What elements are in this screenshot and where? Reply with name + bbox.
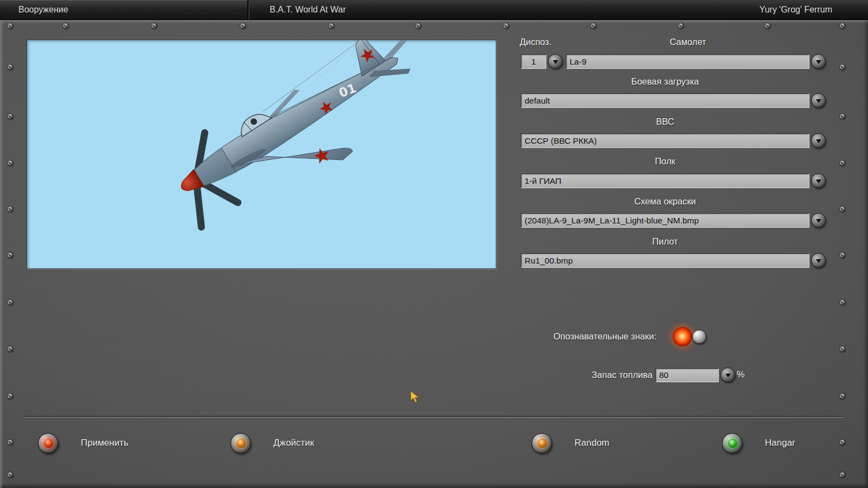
screw-icon bbox=[7, 23, 13, 29]
random-button-label: Random bbox=[575, 438, 609, 448]
hangar-button-label: Hangar bbox=[765, 438, 795, 448]
screw-icon bbox=[7, 393, 13, 399]
fuel-unit: % bbox=[737, 369, 745, 380]
skin-select[interactable]: (2048)LA-9_La-9M_La-11_Light-blue_NM.bmp bbox=[521, 213, 809, 228]
lamp-core-icon bbox=[538, 439, 547, 448]
airforce-dropdown-arrow[interactable] bbox=[811, 133, 826, 148]
top-bar: Вооружение B.A.T. World At War Yury 'Gro… bbox=[0, 0, 868, 20]
screw-icon bbox=[328, 23, 334, 29]
red-lamp-button-icon bbox=[38, 433, 58, 453]
joystick-button-label: Джойстик bbox=[273, 438, 314, 448]
aircraft-illustration: 01 bbox=[27, 40, 496, 269]
screw-icon bbox=[839, 346, 845, 352]
screw-icon bbox=[62, 23, 68, 29]
screw-icon bbox=[839, 439, 845, 445]
screw-icon bbox=[839, 472, 845, 478]
chevron-down-icon bbox=[816, 219, 821, 223]
indicator-lamp-icon bbox=[673, 327, 692, 346]
random-button[interactable]: Random bbox=[532, 432, 609, 454]
screw-icon bbox=[151, 23, 157, 29]
screw-icon bbox=[7, 252, 13, 258]
chevron-down-icon bbox=[816, 60, 821, 64]
lamp-core-icon bbox=[237, 439, 246, 448]
screw-icon bbox=[7, 472, 13, 478]
screw-icon bbox=[839, 393, 845, 399]
loadout-label: Боевая загрузка bbox=[521, 76, 809, 87]
aircraft-select[interactable]: La-9 bbox=[566, 54, 809, 69]
screw-icon bbox=[839, 299, 845, 305]
chevron-down-icon bbox=[816, 259, 821, 263]
toggle-knob-icon bbox=[692, 330, 706, 344]
screw-icon bbox=[7, 113, 13, 119]
pilot-select[interactable]: Ru1_00.bmp bbox=[521, 253, 809, 268]
screw-icon bbox=[839, 64, 845, 70]
airforce-select[interactable]: СССР (ВВС РККА) bbox=[521, 133, 809, 148]
chevron-down-icon bbox=[725, 374, 731, 377]
chevron-down-icon bbox=[816, 179, 821, 183]
screw-icon bbox=[7, 346, 13, 352]
fuel-dropdown-arrow[interactable] bbox=[720, 368, 735, 382]
pilot-dropdown-arrow[interactable] bbox=[811, 253, 826, 268]
loadout-select[interactable]: default bbox=[521, 93, 809, 108]
regiment-label: Полк bbox=[521, 156, 809, 166]
chevron-down-icon bbox=[816, 139, 821, 143]
screw-icon bbox=[240, 23, 246, 29]
markings-toggle[interactable] bbox=[672, 326, 713, 348]
screw-icon bbox=[7, 64, 13, 70]
apply-button-label: Применить bbox=[81, 438, 129, 448]
screw-icon bbox=[7, 299, 13, 305]
fuel-label: Запас топлива bbox=[515, 370, 653, 380]
chevron-down-icon bbox=[553, 60, 558, 64]
fuel-input[interactable] bbox=[655, 368, 719, 382]
screw-icon bbox=[7, 206, 13, 212]
dispos-input[interactable] bbox=[521, 54, 546, 69]
screw-icon bbox=[678, 23, 684, 29]
green-lamp-button-icon bbox=[722, 433, 742, 453]
regiment-dropdown-arrow[interactable] bbox=[811, 174, 826, 188]
screw-icon bbox=[415, 23, 421, 29]
arming-screen: Вооружение B.A.T. World At War Yury 'Gro… bbox=[0, 0, 868, 488]
dispos-label: Диспоз. bbox=[520, 37, 565, 47]
separator bbox=[24, 416, 844, 417]
skin-label: Схема окраски bbox=[521, 196, 809, 207]
screw-icon bbox=[839, 252, 845, 258]
mod-title: B.A.T. World At War bbox=[270, 0, 346, 20]
aircraft-preview[interactable]: 01 bbox=[27, 40, 496, 269]
screw-icon bbox=[839, 160, 845, 166]
aircraft-label: Самолет bbox=[566, 37, 810, 47]
tab-armament-label: Вооружение bbox=[18, 5, 68, 14]
markings-label: Опознавательные знаки: bbox=[510, 331, 656, 342]
screw-icon bbox=[503, 23, 509, 29]
screw-icon bbox=[839, 206, 845, 212]
dispos-dropdown-arrow[interactable] bbox=[548, 54, 563, 69]
joystick-button[interactable]: Джойстик bbox=[231, 432, 314, 454]
apply-button[interactable]: Применить bbox=[38, 432, 129, 454]
screw-icon bbox=[7, 160, 13, 166]
amber-lamp-button-icon bbox=[231, 433, 251, 453]
aircraft-dropdown-arrow[interactable] bbox=[811, 54, 826, 69]
player-name: Yury 'Grog' Ferrum bbox=[760, 0, 832, 20]
screw-icon bbox=[839, 113, 845, 119]
hangar-button[interactable]: Hangar bbox=[722, 432, 795, 454]
regiment-select[interactable]: 1-й ГИАП bbox=[521, 174, 809, 188]
lamp-core-icon bbox=[44, 439, 53, 448]
screw-icon bbox=[7, 439, 13, 445]
skin-dropdown-arrow[interactable] bbox=[811, 213, 826, 228]
mouse-cursor bbox=[410, 390, 422, 404]
amber-lamp-button-icon bbox=[532, 433, 552, 453]
screw-icon bbox=[590, 23, 596, 29]
pilot-label: Пилот bbox=[521, 236, 809, 247]
airforce-label: ВВС bbox=[521, 117, 809, 127]
screw-icon bbox=[839, 23, 845, 29]
loadout-dropdown-arrow[interactable] bbox=[811, 93, 826, 108]
chevron-down-icon bbox=[816, 99, 821, 103]
tab-armament[interactable]: Вооружение bbox=[0, 0, 248, 20]
screw-icon bbox=[764, 23, 770, 29]
lamp-core-icon bbox=[728, 439, 737, 448]
